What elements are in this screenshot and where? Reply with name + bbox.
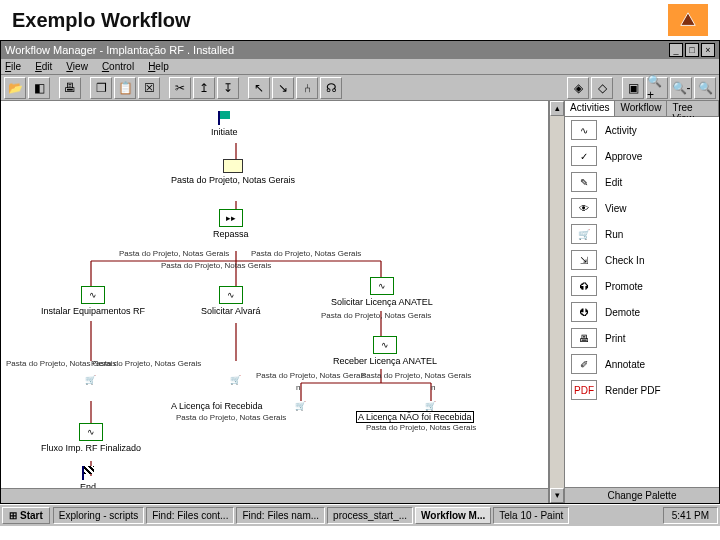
task-exploring[interactable]: Exploring - scripts: [53, 507, 144, 524]
toolbar-copy-icon[interactable]: ❐: [90, 77, 112, 99]
windows-icon: ⊞: [9, 510, 17, 521]
toolbar-node-icon[interactable]: ☊: [320, 77, 342, 99]
activity-palette: ∿Activity ✓Approve ✎Edit 👁View 🛒Run ⇲Che…: [565, 117, 719, 487]
task-workflow[interactable]: Workflow M...: [415, 507, 491, 524]
node-initiate[interactable]: Initiate: [211, 111, 238, 137]
toolbar-delete-icon[interactable]: ☒: [138, 77, 160, 99]
scroll-up-icon[interactable]: ▴: [550, 101, 564, 116]
toolbar-up-icon[interactable]: ↥: [193, 77, 215, 99]
palette-item-demote[interactable]: ⮋Demote: [565, 299, 719, 325]
toolbar-cut-icon[interactable]: ✂: [169, 77, 191, 99]
taskbar-clock: 5:41 PM: [663, 507, 718, 524]
label-pasta-lr: Pasta do Projeto, Notas Gerais: [176, 413, 286, 422]
label-pasta-ln: Pasta do Projeto, Notas Gerais: [366, 423, 476, 432]
titlebar: Workflow Manager - Implantação RF . Inst…: [1, 41, 719, 59]
tab-workflow[interactable]: Workflow: [615, 101, 667, 116]
toolbar-new-icon[interactable]: ◧: [28, 77, 50, 99]
change-palette-button[interactable]: Change Palette: [565, 487, 719, 503]
task-process[interactable]: process_start_...: [327, 507, 413, 524]
node-cart1[interactable]: 🛒: [81, 373, 99, 389]
palette-item-checkin[interactable]: ⇲Check In: [565, 247, 719, 273]
node-repassa[interactable]: ▸▸ Repassa: [213, 209, 249, 239]
toolbar-diamond2-icon[interactable]: ◇: [591, 77, 613, 99]
toolbar-pointer-icon[interactable]: ↖: [248, 77, 270, 99]
toolbar-zoomout-icon[interactable]: 🔍-: [670, 77, 692, 99]
menu-file[interactable]: FFileile: [5, 61, 21, 72]
toolbar-connector-icon[interactable]: ↘: [272, 77, 294, 99]
task-find2[interactable]: Find: Files nam...: [236, 507, 325, 524]
folder-icon: [223, 159, 243, 173]
activity-icon: ∿: [370, 277, 394, 295]
palette-item-print[interactable]: 🖶Print: [565, 325, 719, 351]
close-button[interactable]: ×: [701, 43, 715, 57]
start-button[interactable]: ⊞ Start: [2, 507, 50, 524]
tab-treeview[interactable]: Tree View: [667, 101, 719, 116]
palette-item-activity[interactable]: ∿Activity: [565, 117, 719, 143]
view-icon: 👁: [571, 198, 597, 218]
print-icon: 🖶: [571, 328, 597, 348]
cart-icon: 🛒: [81, 373, 99, 387]
node-solicitar-alvara[interactable]: ∿ Solicitar Alvará: [201, 286, 261, 316]
label-licenca-nao: A Licença NÃO foi Recebida: [356, 411, 474, 423]
cart-icon: 🛒: [226, 373, 244, 387]
activity-icon: ▸▸: [219, 209, 243, 227]
node-receber-anatel[interactable]: ∿ Receber Licença ANATEL: [333, 336, 437, 366]
app-window: Workflow Manager - Implantação RF . Inst…: [0, 40, 720, 504]
toolbar-zoomin-icon[interactable]: 🔍+: [646, 77, 668, 99]
label-pasta-right: Pasta do Projeto, Notas Gerais: [251, 249, 361, 258]
toolbar-paste-icon[interactable]: 📋: [114, 77, 136, 99]
horizontal-scrollbar[interactable]: [1, 488, 548, 503]
toolbar-branch-icon[interactable]: ⑃: [296, 77, 318, 99]
task-paint[interactable]: Tela 10 - Paint: [493, 507, 569, 524]
palette-item-run[interactable]: 🛒Run: [565, 221, 719, 247]
label-pasta-anatel: Pasta do Projeto, Notas Gerais: [321, 311, 431, 320]
task-find1[interactable]: Find: Files cont...: [146, 507, 234, 524]
palette-item-annotate[interactable]: ✐Annotate: [565, 351, 719, 377]
toolbar-zoom-icon[interactable]: 🔍: [694, 77, 716, 99]
node-pasta-1[interactable]: Pasta do Projeto, Notas Gerais: [171, 159, 295, 185]
demote-icon: ⮋: [571, 302, 597, 322]
scroll-down-icon[interactable]: ▾: [550, 488, 564, 503]
menu-help[interactable]: Help: [148, 61, 169, 72]
workflow-canvas[interactable]: Initiate Pasta do Projeto, Notas Gerais …: [1, 101, 549, 503]
node-cart2[interactable]: 🛒: [226, 373, 244, 389]
toolbar-fit-icon[interactable]: ▣: [622, 77, 644, 99]
annotate-icon: ✐: [571, 354, 597, 374]
taskbar: ⊞ Start Exploring - scripts Find: Files …: [0, 504, 720, 526]
toolbar-diamond1-icon[interactable]: ◈: [567, 77, 589, 99]
node-instalar-rf[interactable]: ∿ Instalar Equipamentos RF: [41, 286, 145, 316]
palette-item-renderpdf[interactable]: PDFRender PDF: [565, 377, 719, 403]
checkered-flag-icon: [79, 466, 97, 480]
palette-item-view[interactable]: 👁View: [565, 195, 719, 221]
svg-marker-0: [681, 13, 695, 26]
toolbar-open-icon[interactable]: 📂: [4, 77, 26, 99]
activity-icon: ∿: [373, 336, 397, 354]
label-n1: n: [296, 383, 300, 392]
tab-activities[interactable]: Activities: [565, 101, 615, 116]
menubar: FFileile Edit View Control Help: [1, 59, 719, 75]
palette-item-promote[interactable]: ⮉Promote: [565, 273, 719, 299]
label-licenca-recebida: A Licença foi Recebida: [171, 401, 263, 411]
label-pasta-bl2: Pasta do Projeto, Notas Gerais: [91, 359, 201, 368]
label-pasta-mid2: Pasta do Projeto, Notas Gerais: [256, 371, 366, 380]
node-fluxo-final[interactable]: ∿ Fluxo Imp. RF Finalizado: [41, 423, 141, 453]
palette-item-approve[interactable]: ✓Approve: [565, 143, 719, 169]
toolbar-down-icon[interactable]: ↧: [217, 77, 239, 99]
activity-icon: ∿: [79, 423, 103, 441]
maximize-button[interactable]: □: [685, 43, 699, 57]
activity-icon: ∿: [81, 286, 105, 304]
approve-icon: ✓: [571, 146, 597, 166]
node-solicitar-anatel[interactable]: ∿ Solicitar Licença ANATEL: [331, 277, 433, 307]
minimize-button[interactable]: _: [669, 43, 683, 57]
toolbar-print-icon[interactable]: 🖶: [59, 77, 81, 99]
menu-control[interactable]: Control: [102, 61, 134, 72]
menu-view[interactable]: View: [66, 61, 88, 72]
menu-edit[interactable]: Edit: [35, 61, 52, 72]
node-cart3[interactable]: 🛒: [291, 399, 309, 415]
palette-item-edit[interactable]: ✎Edit: [565, 169, 719, 195]
vertical-scrollbar[interactable]: ▴ ▾: [549, 101, 564, 503]
label-pasta-left: Pasta do Projeto, Notas Gerais: [119, 249, 229, 258]
brand-logo: [668, 4, 708, 36]
label-pasta-mid: Pasta do Projeto, Notas Gerais: [161, 261, 271, 270]
label-pasta-r2: Pasta do Projeto, Notas Gerais: [361, 371, 471, 380]
